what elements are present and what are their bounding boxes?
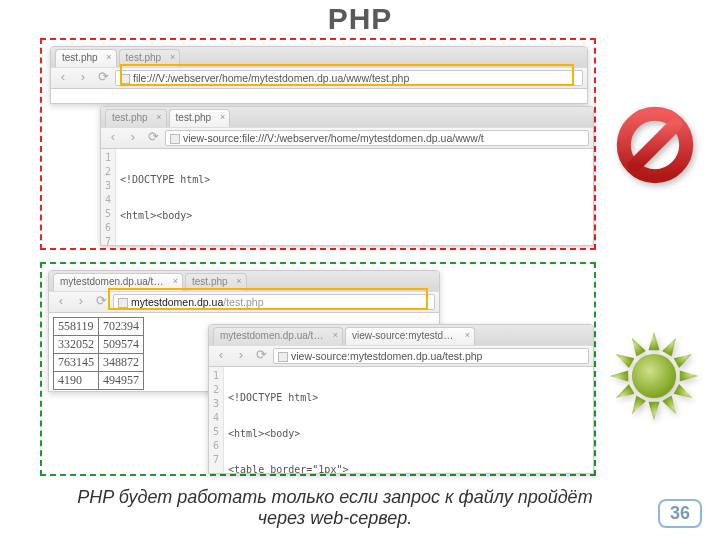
reload-icon[interactable]: ⟳ <box>145 130 161 146</box>
code-line: <table border="1px"> <box>120 245 594 246</box>
back-icon[interactable]: ‹ <box>53 294 69 310</box>
tab-bar: test.php× test.php× <box>51 47 587 67</box>
address-bar: ‹ › ⟳ mytestdomen.dp.ua/test.php <box>49 291 439 313</box>
table-row: 763145348872 <box>54 354 144 372</box>
address-bar: ‹ › ⟳ view-source:mytestdomen.dp.ua/test… <box>209 345 593 367</box>
forward-icon[interactable]: › <box>75 70 91 86</box>
page-icon <box>170 134 180 144</box>
tab-active[interactable]: view-source:mytestdomen× <box>345 327 475 345</box>
tab-inactive[interactable]: test.php× <box>185 273 247 291</box>
close-icon[interactable]: × <box>236 276 241 286</box>
page-title: PHP <box>0 0 720 36</box>
back-icon[interactable]: ‹ <box>213 348 229 364</box>
caption: PHP будет работать только если запрос к … <box>60 487 610 530</box>
result-table: 558119702394 332052509574 763145348872 4… <box>53 317 144 390</box>
svg-marker-2 <box>648 332 659 350</box>
back-icon[interactable]: ‹ <box>105 130 121 146</box>
reload-icon[interactable]: ⟳ <box>93 294 109 310</box>
url-field[interactable]: mytestdomen.dp.ua/test.php <box>113 294 435 310</box>
page-icon <box>118 298 128 308</box>
panel-good: mytestdomen.dp.ua/test× test.php× ‹ › ⟳ … <box>40 262 596 476</box>
svg-line-1 <box>635 125 676 166</box>
tab-inactive[interactable]: test.php× <box>119 49 181 67</box>
code-line: <table border="1px"> <box>228 463 463 474</box>
reload-icon[interactable]: ⟳ <box>95 70 111 86</box>
url-text: view-source:mytestdomen.dp.ua/test.php <box>291 350 482 362</box>
url-field[interactable]: file:///V:/webserver/home/mytestdomen.dp… <box>115 70 583 86</box>
code-line: <html><body> <box>228 427 463 441</box>
tab-label: mytestdomen.dp.ua/test <box>60 276 167 287</box>
forward-icon[interactable]: › <box>233 348 249 364</box>
address-bar: ‹ › ⟳ file:///V:/webserver/home/mytestdo… <box>51 67 587 89</box>
tab-label: mytestdomen.dp.ua/test <box>220 330 327 341</box>
close-icon[interactable]: × <box>173 276 178 286</box>
tab-inactive[interactable]: mytestdomen.dp.ua/test× <box>213 327 343 345</box>
url-text: file:///V:/webserver/home/mytestdomen.dp… <box>133 72 409 84</box>
tab-active[interactable]: mytestdomen.dp.ua/test× <box>53 273 183 291</box>
close-icon[interactable]: × <box>156 112 161 122</box>
code-line: <!DOCTYPE html> <box>228 391 463 405</box>
tab-bar: mytestdomen.dp.ua/test× test.php× <box>49 271 439 291</box>
table-row: 332052509574 <box>54 336 144 354</box>
url-host: mytestdomen.dp.ua <box>131 296 223 308</box>
address-bar: ‹ › ⟳ view-source:file:///V:/webserver/h… <box>101 127 593 149</box>
table-row: 4190494957 <box>54 372 144 390</box>
browser-good-source: mytestdomen.dp.ua/test× view-source:myte… <box>208 324 594 474</box>
tab-label: view-source:mytestdomen <box>352 330 468 341</box>
url-text: view-source:file:///V:/webserver/home/my… <box>183 132 484 144</box>
tab-bar: mytestdomen.dp.ua/test× view-source:myte… <box>209 325 593 345</box>
url-path: /test.php <box>223 296 263 308</box>
tab-inactive[interactable]: test.php× <box>105 109 167 127</box>
browser-bad-source: test.php× test.php× ‹ › ⟳ view-source:fi… <box>100 106 594 246</box>
url-field[interactable]: view-source:file:///V:/webserver/home/my… <box>165 130 589 146</box>
code-line: <html><body> <box>120 209 594 223</box>
close-icon[interactable]: × <box>220 112 225 122</box>
tab-label: test.php <box>126 52 162 63</box>
source-code: 12345678 <!DOCTYPE html> <html><body> <t… <box>101 149 593 246</box>
url-field[interactable]: view-source:mytestdomen.dp.ua/test.php <box>273 348 589 364</box>
sun-icon <box>608 330 700 422</box>
table-row: 558119702394 <box>54 318 144 336</box>
svg-point-3 <box>632 354 676 398</box>
forbidden-icon <box>616 106 694 184</box>
close-icon[interactable]: × <box>333 330 338 340</box>
forward-icon[interactable]: › <box>125 130 141 146</box>
tab-label: test.php <box>176 112 212 123</box>
tab-bar: test.php× test.php× <box>101 107 593 127</box>
close-icon[interactable]: × <box>170 52 175 62</box>
tab-label: test.php <box>112 112 148 123</box>
tab-label: test.php <box>62 52 98 63</box>
code-line: <!DOCTYPE html> <box>120 173 594 187</box>
forward-icon[interactable]: › <box>73 294 89 310</box>
panel-bad: test.php× test.php× ‹ › ⟳ file:///V:/web… <box>40 38 596 250</box>
close-icon[interactable]: × <box>465 330 470 340</box>
browser-bad-page: test.php× test.php× ‹ › ⟳ file:///V:/web… <box>50 46 588 104</box>
close-icon[interactable]: × <box>106 52 111 62</box>
tab-active[interactable]: test.php× <box>55 49 117 67</box>
page-number-badge: 36 <box>658 499 702 528</box>
tab-label: test.php <box>192 276 228 287</box>
page-icon <box>278 352 288 362</box>
page-icon <box>120 74 130 84</box>
tab-active[interactable]: test.php× <box>169 109 231 127</box>
reload-icon[interactable]: ⟳ <box>253 348 269 364</box>
source-code: 1234567 <!DOCTYPE html> <html><body> <ta… <box>209 367 593 474</box>
back-icon[interactable]: ‹ <box>55 70 71 86</box>
